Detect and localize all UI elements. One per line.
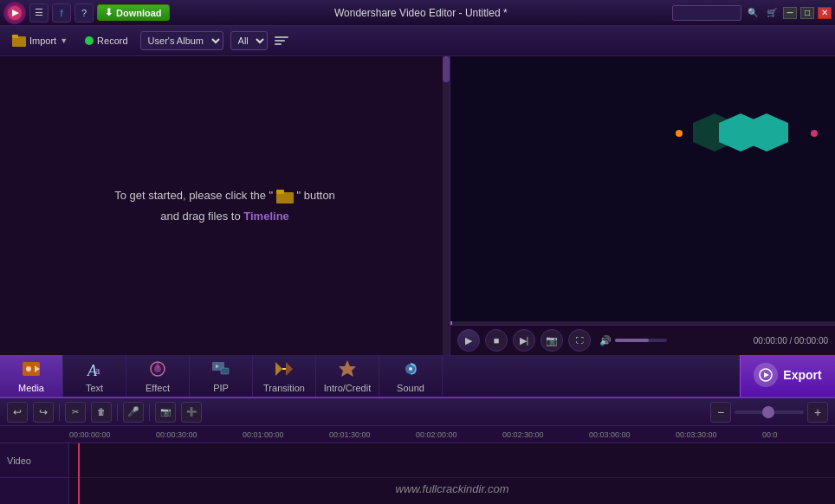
ruler-tick-2: 00:01:00:00: [243, 430, 329, 439]
playhead: [78, 443, 80, 504]
svg-point-20: [409, 367, 412, 371]
ruler-tick-1: 00:00:30:00: [156, 430, 243, 439]
transition-tab-icon: [272, 357, 296, 381]
export-icon: [754, 363, 778, 387]
svg-text:a: a: [95, 365, 100, 377]
ruler-tick-6: 00:03:00:00: [589, 430, 676, 439]
zoom-thumb: [762, 406, 774, 418]
svg-marker-23: [764, 372, 769, 378]
tab-intro-credit-label: Intro/Credit: [324, 383, 371, 393]
download-button[interactable]: ⬇ Download: [97, 4, 170, 21]
snapshot-tl-button[interactable]: 📷: [155, 402, 176, 423]
delete-button[interactable]: 🗑: [91, 402, 112, 423]
import-icon: [12, 34, 26, 48]
volume-slider[interactable]: [615, 339, 667, 342]
zoom-controls: − +: [710, 402, 828, 423]
undo-button[interactable]: ↩: [7, 402, 28, 423]
intro-credit-tab-icon: [335, 357, 359, 381]
next-frame-button[interactable]: ▶|: [513, 329, 535, 352]
magnify-btn[interactable]: 🔍: [745, 7, 761, 19]
main-area: To get started, please click the " " but…: [0, 56, 835, 355]
filter-select[interactable]: All: [230, 31, 268, 50]
maximize-btn[interactable]: □: [800, 7, 814, 19]
sort-button[interactable]: [275, 33, 290, 48]
cart-btn[interactable]: 🛒: [764, 7, 780, 19]
voiceover-button[interactable]: 🎤: [123, 402, 144, 423]
svg-point-6: [26, 366, 31, 372]
redo-button[interactable]: ↪: [33, 402, 54, 423]
pip-tab-icon: [209, 357, 233, 381]
hint-text-1: To get started, please click the ": [114, 189, 276, 202]
timeline-ruler: 00:00:00:00 00:00:30:00 00:01:00:00 00:0…: [0, 426, 835, 443]
volume-control: 🔊: [599, 335, 667, 346]
video-track-label: Video: [0, 443, 68, 478]
zoom-slider[interactable]: [735, 410, 804, 414]
cut-button[interactable]: ✂: [65, 402, 86, 423]
track-content[interactable]: www.fullcrackindir.com: [69, 443, 835, 504]
tab-intro-credit[interactable]: Intro/Credit: [316, 353, 379, 397]
watermark: www.fullcrackindir.com: [396, 482, 509, 495]
tl-sep-3: [149, 404, 150, 421]
ruler-tick-3: 00:01:30:00: [329, 430, 416, 439]
svg-marker-18: [339, 360, 356, 377]
media-empty-hint: To get started, please click the " " but…: [0, 56, 450, 355]
download-label: Download: [116, 8, 162, 18]
hint-text-2: " button: [296, 189, 334, 202]
svg-marker-16: [286, 362, 293, 376]
import-label: Import: [29, 36, 56, 46]
tab-media-label: Media: [18, 383, 44, 393]
zoom-out-button[interactable]: −: [710, 402, 731, 423]
svg-rect-2: [12, 35, 18, 38]
zoom-in-button[interactable]: +: [807, 402, 828, 423]
tab-transition[interactable]: Transition: [253, 353, 316, 397]
svg-marker-15: [275, 362, 282, 376]
add-track-button[interactable]: ➕: [181, 402, 202, 423]
export-button[interactable]: Export: [740, 353, 835, 397]
facebook-btn[interactable]: f: [52, 3, 71, 23]
dot-pink-1: [811, 130, 818, 137]
import-button[interactable]: Import ▼: [7, 31, 73, 50]
album-select[interactable]: User's Album: [140, 31, 223, 50]
record-icon: [85, 36, 94, 45]
tab-sound-label: Sound: [397, 383, 424, 393]
tab-effect-label: Effect: [146, 383, 170, 393]
close-btn[interactable]: ✕: [818, 7, 832, 19]
tab-media[interactable]: Media: [0, 353, 63, 397]
folder-icon-hint: [276, 190, 294, 204]
app-menu-btn[interactable]: ☰: [29, 3, 49, 23]
import-arrow: ▼: [60, 36, 68, 45]
ruler-tick-4: 00:02:00:00: [416, 430, 502, 439]
preview-scrubber-track[interactable]: [450, 321, 835, 325]
search-box[interactable]: [672, 5, 741, 21]
media-panel: To get started, please click the " " but…: [0, 56, 450, 355]
svg-rect-13: [221, 368, 229, 374]
tab-pip[interactable]: PIP: [190, 353, 253, 397]
track-labels: Video: [0, 443, 69, 504]
download-icon: ⬇: [105, 7, 113, 18]
record-button[interactable]: Record: [80, 33, 133, 48]
media-scrollbar-thumb[interactable]: [443, 56, 450, 82]
tab-effect[interactable]: Effect: [126, 353, 190, 397]
media-scrollbar[interactable]: [443, 56, 450, 355]
help-btn[interactable]: ?: [74, 3, 94, 23]
titlebar-right: 🔍 🛒 ─ □ ✕: [672, 5, 835, 21]
ruler-tick-8: 00:0: [762, 430, 835, 439]
tl-sep-2: [117, 404, 118, 421]
app-title: Wondershare Video Editor - Untitled *: [170, 7, 672, 19]
stop-button[interactable]: ■: [485, 329, 508, 352]
snapshot-button[interactable]: 📷: [540, 329, 563, 352]
sound-tab-icon: [398, 357, 423, 381]
tab-text[interactable]: A a Text: [63, 353, 126, 397]
fullscreen-button[interactable]: ⛶: [568, 329, 591, 352]
minimize-btn[interactable]: ─: [783, 7, 797, 19]
video-track-row: [69, 443, 835, 478]
preview-controls: ▶ ■ ▶| 📷 ⛶ 🔊 00:00:00 / 00:00:00: [450, 325, 835, 355]
tab-sound[interactable]: Sound: [379, 353, 443, 397]
tab-bar: Media A a Text Effect PIP: [0, 355, 835, 398]
timeline-tracks: Video www.fullcrackindir.com: [0, 443, 835, 504]
record-label: Record: [97, 36, 127, 46]
play-button[interactable]: ▶: [457, 329, 480, 352]
export-label: Export: [783, 368, 821, 382]
ruler-tick-0: 00:00:00:00: [69, 430, 156, 439]
effect-tab-icon: [146, 357, 170, 381]
